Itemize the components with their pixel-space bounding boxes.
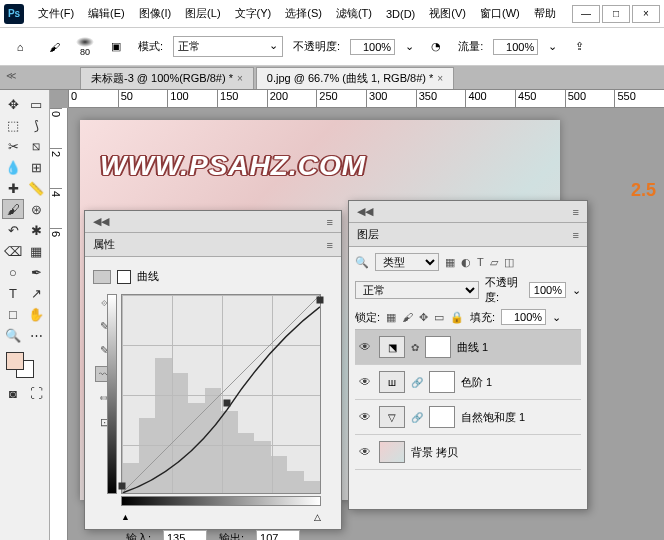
move-tool[interactable]: ✥	[2, 94, 24, 114]
close-icon[interactable]: ×	[237, 73, 243, 84]
window-close-button[interactable]: ×	[632, 5, 660, 23]
panel-menu-icon[interactable]: ≡	[327, 239, 333, 251]
lock-artboard-icon[interactable]: ▭	[434, 311, 444, 324]
lasso-tool[interactable]: ⟆	[25, 115, 47, 135]
flow-label: 流量:	[458, 39, 483, 54]
lock-icon[interactable]: 🔒	[450, 311, 464, 324]
ruler-tool[interactable]: 📏	[25, 178, 47, 198]
menu-image[interactable]: 图像(I)	[133, 2, 177, 25]
menu-edit[interactable]: 编辑(E)	[82, 2, 131, 25]
menu-filter[interactable]: 滤镜(T)	[330, 2, 378, 25]
layer-name[interactable]: 色阶 1	[461, 375, 492, 390]
properties-tab[interactable]: 属性	[93, 237, 115, 252]
screen-mode-icon[interactable]: ⛶	[25, 383, 47, 403]
menu-type[interactable]: 文字(Y)	[229, 2, 278, 25]
lock-all-icon[interactable]: ▦	[386, 311, 396, 324]
layer-row[interactable]: 👁 ш 🔗 色阶 1	[355, 365, 581, 400]
visibility-icon[interactable]: 👁	[359, 410, 373, 424]
type-tool[interactable]: T	[2, 283, 24, 303]
panel-menu-icon[interactable]: ≡	[573, 229, 579, 241]
brush-tool-icon[interactable]: 🖌	[42, 35, 66, 59]
layer-opacity-value[interactable]: 100%	[529, 282, 566, 298]
black-slider[interactable]: ▲	[121, 512, 130, 522]
crop-tool[interactable]: ✂	[2, 136, 24, 156]
blend-mode-select[interactable]: 正常⌄	[173, 36, 283, 57]
white-slider[interactable]: △	[314, 512, 321, 522]
color-swatch[interactable]	[2, 352, 47, 382]
layer-mask[interactable]	[425, 336, 451, 358]
marquee-tool[interactable]: ⬚	[2, 115, 24, 135]
layer-mask[interactable]	[429, 371, 455, 393]
curves-graph[interactable]	[121, 294, 321, 494]
quick-mask-icon[interactable]: ◙	[2, 383, 24, 403]
pressure-opacity-icon[interactable]: ◔	[424, 35, 448, 59]
pattern-tool[interactable]: ✱	[25, 220, 47, 240]
window-maximize-button[interactable]: □	[602, 5, 630, 23]
home-icon[interactable]: ⌂	[8, 35, 32, 59]
filter-pixel-icon[interactable]: ▦	[445, 256, 455, 269]
gradient-tool[interactable]: ▦	[25, 241, 47, 261]
layer-name[interactable]: 自然饱和度 1	[461, 410, 525, 425]
menu-help[interactable]: 帮助	[528, 2, 562, 25]
menu-layer[interactable]: 图层(L)	[179, 2, 226, 25]
curve-point[interactable]	[119, 483, 126, 490]
layers-tab[interactable]: 图层	[357, 227, 379, 242]
output-label: 输出:	[219, 531, 244, 541]
eyedropper-tool[interactable]: 💧	[2, 157, 24, 177]
eraser-tool[interactable]: ⌫	[2, 241, 24, 261]
brush-panel-icon[interactable]: ▣	[104, 35, 128, 59]
menu-view[interactable]: 视图(V)	[423, 2, 472, 25]
visibility-icon[interactable]: 👁	[359, 445, 373, 459]
clone-tool[interactable]: ⊛	[25, 199, 47, 219]
artboard-tool[interactable]: ▭	[25, 94, 47, 114]
curve-input-value[interactable]	[163, 530, 207, 540]
layer-mask[interactable]	[429, 406, 455, 428]
layer-filter-select[interactable]: 类型	[375, 253, 439, 271]
curve-output-value[interactable]	[256, 530, 300, 540]
share-icon[interactable]: ⇪	[567, 35, 591, 59]
filter-shape-icon[interactable]: ▱	[490, 256, 498, 269]
window-minimize-button[interactable]: —	[572, 5, 600, 23]
menu-file[interactable]: 文件(F)	[32, 2, 80, 25]
layer-name[interactable]: 曲线 1	[457, 340, 488, 355]
zoom-tool[interactable]: 🔍	[2, 325, 24, 345]
menu-window[interactable]: 窗口(W)	[474, 2, 526, 25]
filter-type-icon[interactable]: T	[477, 256, 484, 269]
frame-tool[interactable]: ⊞	[25, 157, 47, 177]
lock-paint-icon[interactable]: 🖌	[402, 311, 413, 324]
shape-tool[interactable]: □	[2, 304, 24, 324]
hand-tool[interactable]: ✋	[25, 304, 47, 324]
document-tab-1[interactable]: 未标题-3 @ 100%(RGB/8#) *×	[80, 67, 254, 89]
pen-tool[interactable]: ✒	[25, 262, 47, 282]
blur-tool[interactable]: ○	[2, 262, 24, 282]
curve-point[interactable]	[223, 399, 230, 406]
filter-smart-icon[interactable]: ◫	[504, 256, 514, 269]
close-icon[interactable]: ×	[437, 73, 443, 84]
output-gradient	[107, 294, 117, 494]
history-brush-tool[interactable]: ↶	[2, 220, 24, 240]
brush-preview[interactable]: 80	[76, 37, 94, 57]
panel-menu-icon[interactable]: ≡	[327, 216, 333, 228]
filter-adjust-icon[interactable]: ◐	[461, 256, 471, 269]
lock-move-icon[interactable]: ✥	[419, 311, 428, 324]
visibility-icon[interactable]: 👁	[359, 340, 373, 354]
layer-row[interactable]: 👁 ⬔ ✿ 曲线 1	[355, 330, 581, 365]
flow-input[interactable]: 100%	[493, 39, 538, 55]
menu-3d[interactable]: 3D(D)	[380, 4, 421, 24]
visibility-icon[interactable]: 👁	[359, 375, 373, 389]
healing-tool[interactable]: ✚	[2, 178, 24, 198]
document-tab-2[interactable]: 0.jpg @ 66.7% (曲线 1, RGB/8#) *×	[256, 67, 454, 89]
panel-menu-icon[interactable]: ≡	[573, 206, 579, 218]
layer-name[interactable]: 背景 拷贝	[411, 445, 458, 460]
fill-value[interactable]: 100%	[501, 309, 546, 325]
layer-row[interactable]: 👁 ▽ 🔗 自然饱和度 1	[355, 400, 581, 435]
edit-toolbar[interactable]: ⋯	[25, 325, 47, 345]
slice-tool[interactable]: ⧅	[25, 136, 47, 156]
opacity-input[interactable]: 100%	[350, 39, 395, 55]
layer-row[interactable]: 👁 背景 拷贝	[355, 435, 581, 470]
path-tool[interactable]: ↗	[25, 283, 47, 303]
curve-point[interactable]	[317, 296, 324, 303]
menu-select[interactable]: 选择(S)	[279, 2, 328, 25]
layer-blend-select[interactable]: 正常	[355, 281, 479, 299]
brush-tool[interactable]: 🖌	[2, 199, 24, 219]
